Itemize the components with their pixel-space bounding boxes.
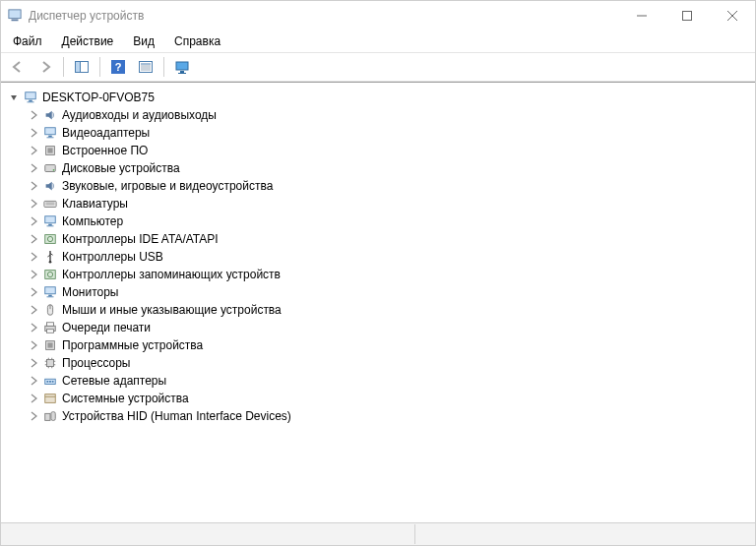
tree-node[interactable]: Звуковые, игровые и видеоустройства (5, 177, 755, 195)
svg-rect-45 (47, 323, 54, 327)
expand-icon[interactable] (27, 250, 40, 264)
svg-point-36 (49, 261, 52, 264)
expand-icon[interactable] (27, 338, 40, 352)
expand-icon[interactable] (27, 179, 40, 193)
node-label: Клавиатуры (62, 195, 128, 212)
expand-icon[interactable] (27, 214, 40, 228)
expand-icon[interactable] (27, 108, 40, 122)
svg-rect-10 (140, 62, 153, 73)
scan-hardware-button[interactable] (169, 54, 195, 80)
network-icon (42, 373, 58, 389)
properties-button[interactable] (133, 54, 158, 80)
tree-node[interactable]: Контроллеры IDE ATA/ATAPI (5, 230, 755, 248)
show-hide-tree-button[interactable] (69, 54, 94, 80)
svg-rect-32 (48, 224, 52, 226)
menu-help[interactable]: Справка (166, 32, 228, 50)
tree-root-node[interactable]: DESKTOP-0FVOB75 (5, 89, 755, 106)
close-button[interactable] (710, 1, 755, 30)
node-label: Контроллеры IDE ATA/ATAPI (62, 230, 219, 248)
menu-file[interactable]: Файл (5, 32, 50, 50)
svg-rect-1 (12, 20, 19, 22)
node-label: Мониторы (62, 283, 118, 301)
svg-rect-20 (28, 101, 34, 102)
expand-icon[interactable] (27, 409, 40, 423)
tree-node[interactable]: Контроллеры запоминающих устройств (5, 266, 755, 283)
app-icon (7, 8, 23, 24)
node-label: Сетевые адаптеры (62, 372, 166, 390)
statusbar (1, 522, 755, 545)
expand-icon[interactable] (27, 268, 40, 281)
tree-node[interactable]: Мыши и иные указывающие устройства (5, 301, 755, 319)
tree-node[interactable]: Очереди печати (5, 319, 755, 336)
svg-rect-40 (48, 295, 52, 297)
tree-node[interactable]: Клавиатуры (5, 195, 755, 212)
device-tree[interactable]: DESKTOP-0FVOB75 Аудиовходы и аудиовыходы… (1, 85, 755, 429)
expand-icon[interactable] (27, 374, 40, 388)
expand-icon[interactable] (27, 232, 40, 246)
expand-icon[interactable] (27, 144, 40, 157)
tree-node[interactable]: Аудиовходы и аудиовыходы (5, 106, 755, 124)
tree-node[interactable]: Мониторы (5, 283, 755, 301)
tree-node[interactable]: Процессоры (5, 354, 755, 372)
back-button[interactable] (5, 54, 31, 80)
svg-rect-3 (683, 12, 692, 21)
expand-icon[interactable] (27, 161, 40, 175)
svg-text:?: ? (115, 61, 122, 73)
menu-view[interactable]: Вид (125, 32, 162, 50)
window-title: Диспетчер устройств (29, 9, 144, 23)
svg-rect-17 (178, 73, 186, 74)
tree-node[interactable]: Программные устройства (5, 336, 755, 354)
expand-icon[interactable] (27, 126, 40, 140)
svg-rect-15 (176, 62, 188, 70)
node-label: Мыши и иные указывающие устройства (62, 301, 282, 319)
tree-node[interactable]: Встроенное ПО (5, 142, 755, 159)
tree-node[interactable]: Компьютер (5, 212, 755, 230)
expand-icon[interactable] (27, 321, 40, 334)
svg-rect-46 (47, 330, 54, 334)
menu-action[interactable]: Действие (54, 32, 122, 50)
maximize-button[interactable] (664, 1, 710, 30)
svg-rect-23 (47, 137, 54, 138)
svg-rect-59 (47, 381, 49, 383)
expand-icon[interactable] (27, 285, 40, 299)
tree-node[interactable]: Контроллеры USB (5, 248, 755, 266)
svg-rect-18 (26, 92, 36, 99)
svg-rect-33 (47, 225, 54, 226)
svg-rect-21 (45, 128, 56, 135)
tree-node[interactable]: Сетевые адаптеры (5, 372, 755, 390)
node-label: Дисковые устройства (62, 159, 180, 177)
node-label: Видеоадаптеры (62, 124, 150, 142)
node-label: Компьютер (62, 212, 123, 230)
disk-icon (42, 160, 58, 176)
mouse-icon (42, 302, 58, 318)
node-label: Аудиовходы и аудиовыходы (62, 106, 217, 124)
root-label: DESKTOP-0FVOB75 (42, 89, 155, 106)
expand-icon[interactable] (27, 303, 40, 317)
forward-button[interactable] (32, 54, 58, 80)
expand-icon[interactable] (27, 392, 40, 405)
svg-rect-61 (52, 381, 54, 383)
tree-node[interactable]: Устройства HID (Human Interface Devices) (5, 407, 755, 425)
expand-icon[interactable] (27, 197, 40, 211)
node-label: Программные устройства (62, 336, 203, 354)
svg-rect-41 (47, 296, 54, 297)
cpu-icon (42, 355, 58, 371)
storage-icon (42, 267, 58, 282)
tree-node[interactable]: Дисковые устройства (5, 159, 755, 177)
node-label: Системные устройства (62, 390, 189, 407)
svg-rect-22 (48, 136, 52, 138)
tree-node[interactable]: Системные устройства (5, 390, 755, 407)
svg-rect-0 (9, 10, 21, 19)
minimize-button[interactable] (619, 1, 664, 30)
toolbar-separator (99, 57, 100, 77)
svg-rect-16 (180, 71, 184, 73)
svg-rect-64 (45, 413, 50, 420)
help-button[interactable]: ? (105, 54, 131, 80)
tree-node[interactable]: Видеоадаптеры (5, 124, 755, 142)
expand-icon[interactable] (27, 356, 40, 370)
toolbar-separator (163, 57, 164, 77)
collapse-icon[interactable] (7, 91, 21, 104)
usb-icon (42, 249, 58, 265)
svg-point-27 (53, 169, 55, 171)
computer-icon (42, 213, 58, 229)
